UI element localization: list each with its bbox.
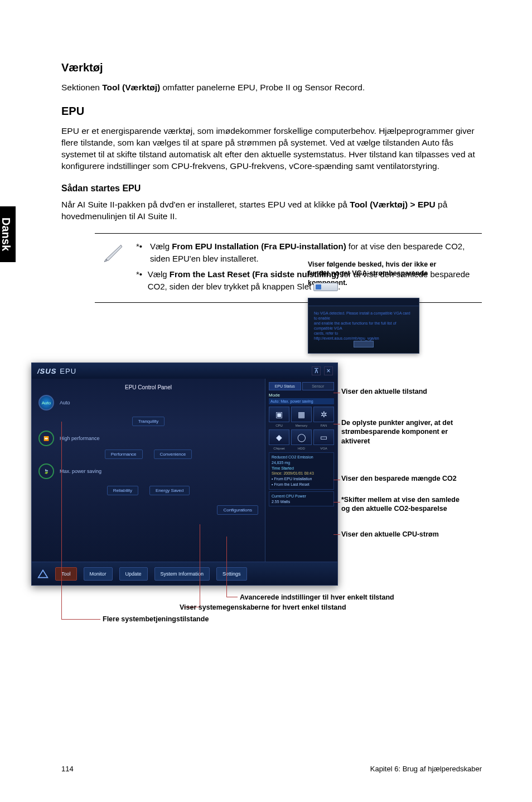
text: 2.55 Watts	[272, 500, 290, 504]
close-icon[interactable]: ×	[324, 366, 333, 375]
leader-line	[333, 502, 340, 503]
page-number: 114	[61, 765, 74, 773]
text: and enable the active functions for the …	[314, 321, 396, 330]
leader-line	[333, 534, 340, 535]
status-mode-label: Mode	[269, 393, 334, 398]
text: Reduced CO2 Emission	[272, 455, 313, 459]
bullet: *•	[136, 268, 148, 293]
leader-line	[333, 480, 340, 480]
tab-sensor[interactable]: Sensor	[302, 382, 335, 390]
window-titlebar: /SUS EPU	[32, 363, 337, 379]
text: cards, refer to	[314, 331, 338, 335]
clear-button-icon	[313, 283, 338, 291]
tag-energy[interactable]: Energy Saved	[149, 486, 190, 495]
text: Vælg	[150, 241, 172, 251]
toolbar-settings[interactable]: Settings	[216, 567, 247, 581]
subheading-start-epu: Sådan startes EPU	[61, 183, 482, 194]
bullet: *•	[136, 240, 150, 265]
brand-logo: /SUS	[37, 367, 56, 375]
callout-active-components: De oplyste punkter angiver, at det strøm…	[341, 418, 464, 446]
tag-reliability[interactable]: Reliability	[107, 486, 138, 495]
text: http://event.asus.com/mb/epu_vga/en	[314, 336, 379, 340]
tag-performance[interactable]: Performance	[105, 450, 143, 459]
text: omfatter panelerne EPU, Probe II og Sens…	[160, 83, 365, 92]
text: Når AI Suite II-pakken på dvd'en er inst…	[61, 200, 350, 209]
leader-line	[61, 619, 100, 620]
callout-more-modes: Flere systembetjeningstilstande	[103, 615, 214, 624]
separator	[95, 302, 482, 303]
cpu-power-block: Current CPU Power 2.55 Watts	[269, 491, 334, 507]
warning-dialog: No VGA detected. Please install a compat…	[308, 298, 419, 354]
cap-hdd: HDD	[291, 447, 312, 450]
text: Time Started	[272, 466, 294, 470]
toolbar-system-info[interactable]: System Information	[154, 567, 210, 581]
mode-auto-label: Auto	[60, 400, 70, 405]
epu-window: /SUS EPU ⊼ × EPU Control Panel Auto Auto…	[31, 363, 338, 586]
note-icon	[101, 240, 124, 296]
text: No VGA detected. Please install a compat…	[314, 311, 410, 320]
ai-suite-logo-icon[interactable]	[37, 568, 49, 579]
bottom-toolbar: Tool Monitor Update System Information S…	[32, 562, 337, 585]
component-cpu-icon: ▣	[269, 407, 289, 422]
toolbar-update[interactable]: Update	[119, 567, 148, 581]
text: Since: 2009/01/01 08:43	[272, 471, 314, 475]
co2-block: Reduced CO2 Emission 24,835 mg Time Star…	[269, 452, 334, 490]
component-memory-icon: ▦	[291, 407, 312, 422]
mode-high-icon[interactable]: ⏩	[38, 431, 54, 446]
section-heading-tool: Værktøj	[61, 61, 482, 74]
status-mode-value: Auto: Max. power saving	[269, 398, 334, 404]
text: Sektionen	[61, 83, 102, 92]
leader-line	[333, 393, 340, 393]
language-tab: Dansk	[0, 206, 16, 262]
leader-line	[226, 597, 238, 597]
mode-auto-icon[interactable]: Auto	[38, 395, 54, 410]
cap-cpu: CPU	[269, 424, 289, 427]
section-body-epu: EPU er et energisparende værktøj, som im…	[61, 125, 482, 172]
mode-max-label: Max. power saving	[60, 468, 101, 474]
tag-tranquility[interactable]: Tranquility	[132, 417, 165, 426]
leader-line	[200, 524, 200, 607]
cap-vga: VGA	[313, 447, 334, 450]
radio-from-install[interactable]: • From EPU Installation	[272, 477, 312, 481]
toolbar-tool[interactable]: Tool	[55, 567, 77, 581]
component-vga-icon: ▭	[313, 429, 334, 445]
component-fan-icon: ✲	[313, 407, 334, 422]
callout-co2-toggle: *Skifter mellem at vise den samlede og d…	[341, 495, 464, 514]
separator	[95, 233, 482, 234]
tag-convenience[interactable]: Convenience	[154, 450, 192, 459]
pin-icon[interactable]: ⊼	[312, 366, 321, 375]
paragraph-start-epu: Når AI Suite II-pakken på dvd'en er inst…	[61, 199, 482, 223]
cap-fan: FAN	[313, 424, 334, 427]
tag-configurations[interactable]: Configurations	[217, 505, 258, 515]
callout-co2-saved: Viser den besparede mængde CO2	[341, 474, 464, 483]
dialog-text: No VGA detected. Please install a compat…	[308, 306, 419, 346]
cap-mem: Memory	[291, 424, 312, 427]
cap-chipset: Chipset	[269, 447, 289, 450]
page-footer: 114 Kapitel 6: Brug af hjælperedskaber	[61, 765, 482, 773]
section-body-tool: Sektionen Tool (Værktøj) omfatter panele…	[61, 82, 482, 94]
mode-max-icon[interactable]: 🍃	[38, 463, 54, 479]
component-hdd-icon: ◯	[291, 429, 312, 445]
text: Vælg	[148, 269, 170, 279]
component-chipset-icon: ◆	[269, 429, 289, 445]
dialog-titlebar	[308, 298, 419, 306]
leader-line	[226, 537, 227, 597]
toolbar-monitor[interactable]: Monitor	[84, 567, 113, 581]
radio-from-reset[interactable]: • From the Last Reset	[272, 482, 309, 486]
mode-high-label: High performance	[60, 436, 100, 441]
dialog-ok-button[interactable]	[354, 341, 374, 347]
text-bold: From EPU Installation (Fra EPU-installat…	[172, 241, 346, 251]
callout-advanced-settings: Avancerede indstillinger til hver enkelt…	[240, 593, 394, 602]
epu-status-panel: EPU Status Sensor Mode Auto: Max. power …	[265, 379, 337, 562]
leader-line	[333, 424, 340, 424]
leader-line	[61, 422, 62, 619]
panel-title: EPU Control Panel	[38, 384, 258, 390]
tab-epu-status[interactable]: EPU Status	[269, 382, 301, 390]
chapter-title: Kapitel 6: Brug af hjælperedskaber	[370, 765, 482, 773]
text: Current CPU Power	[272, 494, 306, 498]
text-bold: Tool (Værktøj) > EPU	[350, 200, 435, 209]
section-heading-epu: EPU	[61, 105, 482, 118]
text-bold: Tool (Værktøj)	[102, 83, 160, 92]
callout-cpu-power: Viser den aktuelle CPU-strøm	[341, 530, 464, 539]
window-title: EPU	[60, 367, 76, 375]
